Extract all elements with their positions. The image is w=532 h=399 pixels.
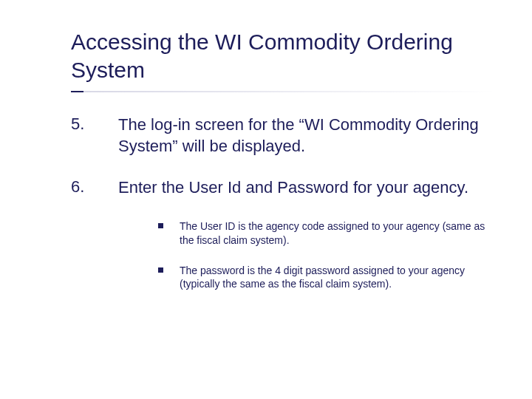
- square-bullet-icon: [158, 223, 163, 228]
- step-number: 6.: [71, 177, 118, 199]
- step-item: 5. The log-in screen for the “WI Commodi…: [71, 115, 497, 157]
- square-bullet-icon: [158, 267, 163, 273]
- subbullet-item: The password is the 4 digit password ass…: [158, 264, 497, 292]
- step-text: Enter the User Id and Password for your …: [118, 177, 497, 199]
- subbullet-text: The password is the 4 digit password ass…: [180, 264, 497, 292]
- subbullet-list: The User ID is the agency code assigned …: [158, 219, 497, 292]
- step-number: 5.: [71, 115, 118, 157]
- steps-list: 5. The log-in screen for the “WI Commodi…: [71, 115, 497, 199]
- subbullet-item: The User ID is the agency code assigned …: [158, 219, 497, 248]
- step-text: The log-in screen for the “WI Commodity …: [118, 115, 497, 157]
- step-item: 6. Enter the User Id and Password for yo…: [71, 177, 497, 199]
- title-underline: [71, 91, 497, 92]
- slide-title: Accessing the WI Commodity Ordering Syst…: [71, 28, 497, 83]
- subbullet-text: The User ID is the agency code assigned …: [180, 219, 497, 248]
